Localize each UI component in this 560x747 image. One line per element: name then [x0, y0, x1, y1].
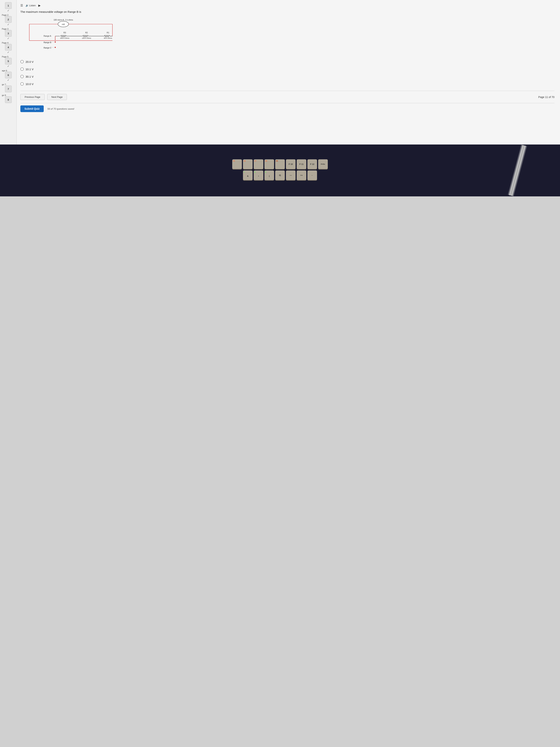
saved-status: 56 of 70 questions saved	[47, 107, 74, 110]
key-f5[interactable]: F5	[232, 159, 242, 169]
option-item-0[interactable]: 20.0 V	[20, 60, 555, 63]
key-minus[interactable]: —	[286, 171, 296, 180]
key-8[interactable]: 8 •	[254, 171, 263, 180]
svg-text:R2: R2	[85, 31, 88, 34]
option-item-2[interactable]: 30.1 V	[20, 75, 555, 78]
page-label-2: Page 2:	[1, 14, 16, 16]
cable-decoration	[505, 145, 529, 197]
page-num-3[interactable]: 3	[5, 30, 12, 37]
sidebar-item-4[interactable]: Page 4: 4 ✓	[0, 41, 17, 54]
sidebar-item-5[interactable]: Page 5: 5 ✓	[0, 55, 17, 68]
keyboard-row-fn: F5 F6 F7 F8 F9 F 10 F 11 F 12 PrtSc	[232, 159, 328, 169]
option-item-3[interactable]: 10.0 V	[20, 82, 555, 85]
svg-text:R3: R3	[63, 31, 66, 34]
svg-point-22	[55, 47, 56, 48]
key-f6[interactable]: F6	[243, 159, 252, 169]
radio-0[interactable]	[20, 60, 24, 63]
keyboard-area: F5 F6 F7 F8 F9 F 10 F 11 F 12 PrtSc 7 &	[0, 145, 560, 197]
svg-text:99 k ohms: 99 k ohms	[104, 37, 112, 39]
page-indicator: Page 11 of 70	[538, 96, 555, 99]
svg-text:Range C: Range C	[44, 47, 52, 49]
page-label-4: Page 4:	[1, 42, 16, 44]
page-num-1[interactable]: 1	[5, 2, 12, 9]
previous-page-button[interactable]: Previous Page	[20, 94, 45, 100]
key-equals[interactable]: =+	[297, 171, 306, 180]
key-f10[interactable]: F 10	[286, 159, 296, 169]
page-num-4[interactable]: 4	[5, 44, 12, 51]
play-icon[interactable]: ▶	[38, 4, 41, 7]
question-text: The maximum measurable voltage on Range …	[20, 10, 555, 14]
check-4: ✓	[7, 51, 9, 54]
key-f8[interactable]: F8	[264, 159, 274, 169]
submit-quiz-button[interactable]: Submit Quiz	[20, 105, 44, 112]
option-item-1[interactable]: 10.1 V	[20, 68, 555, 71]
check-6: ✓	[7, 79, 9, 81]
svg-text:100 k ohms: 100 k ohms	[82, 37, 91, 39]
page-label-7: ge 7:	[1, 83, 16, 85]
toolbar: ☰ 🔊 Listen ▶	[20, 4, 555, 7]
page-num-6[interactable]: 6	[5, 72, 12, 78]
key-f12[interactable]: F 12	[308, 159, 317, 169]
page-label-6: age 6:	[1, 70, 16, 72]
check-3: ✓	[7, 37, 9, 40]
speaker-icon: 🔊	[26, 4, 28, 7]
page-num-8[interactable]: 8	[5, 96, 12, 103]
key-backspace[interactable]: ←	[308, 171, 317, 180]
sidebar: 1 ✓ Page 2: 2 ✓ Page 3: 3 ✓ Page 4: 4 ✓ …	[0, 0, 17, 145]
key-9[interactable]: 9 (	[264, 171, 274, 180]
submit-row: Submit Quiz 56 of 70 questions saved	[20, 103, 555, 115]
radio-3[interactable]	[20, 82, 24, 85]
listen-button[interactable]: 🔊 Listen	[24, 4, 37, 7]
main-content: ☰ 🔊 Listen ▶ The maximum measurable volt…	[17, 0, 560, 145]
svg-text:Range A: Range A	[44, 35, 52, 37]
page-num-7[interactable]: 7	[5, 85, 12, 92]
check-1: ✓	[7, 9, 9, 12]
radio-1[interactable]	[20, 68, 24, 71]
option-label-1: 10.1 V	[26, 68, 33, 71]
option-label-3: 10.0 V	[26, 82, 33, 85]
keyboard-row-num: 7 & 8 • 9 ( 0) — =+ ←	[243, 171, 317, 180]
page-num-2[interactable]: 2	[5, 16, 12, 23]
svg-text:100 micro A, 1 k ohms: 100 micro A, 1 k ohms	[54, 19, 73, 21]
sidebar-item-2[interactable]: Page 2: 2 ✓	[0, 13, 17, 27]
svg-point-20	[55, 42, 56, 43]
key-prtsc[interactable]: PrtSc	[318, 159, 328, 169]
circuit-diagram: 100 micro A, 1 k ohms mA R1 99 k ohms R2…	[20, 17, 555, 54]
svg-text:mA: mA	[62, 23, 65, 25]
option-label-2: 30.1 V	[26, 75, 33, 78]
sidebar-item-1[interactable]: 1 ✓	[0, 1, 17, 13]
page-label-8: ge 8:	[1, 94, 16, 96]
key-7[interactable]: 7 &	[243, 171, 252, 180]
menu-icon[interactable]: ☰	[20, 4, 23, 7]
key-f7[interactable]: F7	[254, 159, 263, 169]
sidebar-item-3[interactable]: Page 3: 3 ✓	[0, 27, 17, 41]
navigation-row: Previous Page Next Page Page 11 of 70	[20, 91, 555, 100]
check-5: ✓	[7, 65, 9, 68]
key-f9[interactable]: F9	[275, 159, 285, 169]
sidebar-item-8[interactable]: ge 8: 8	[0, 93, 17, 104]
key-0[interactable]: 0)	[275, 171, 285, 180]
check-2: ✓	[7, 23, 9, 26]
circuit-svg: 100 micro A, 1 k ohms mA R1 99 k ohms R2…	[20, 17, 124, 54]
page-label-5: Page 5:	[1, 56, 16, 58]
radio-2[interactable]	[20, 75, 24, 78]
option-label-0: 20.0 V	[26, 60, 33, 63]
svg-text:R1: R1	[107, 31, 109, 34]
next-page-button[interactable]: Next Page	[47, 94, 67, 100]
svg-text:Range B: Range B	[44, 41, 51, 44]
page-num-5[interactable]: 5	[5, 58, 12, 65]
page-label-3: Page 3:	[1, 28, 16, 30]
key-f11[interactable]: F 11	[297, 159, 306, 169]
sidebar-item-6[interactable]: age 6: 6 ✓	[0, 69, 17, 82]
options-section: 20.0 V 10.1 V 30.1 V 10.0 V	[20, 60, 555, 85]
sidebar-item-7[interactable]: ge 7: 7	[0, 83, 17, 93]
svg-text:300 k ohms: 300 k ohms	[60, 37, 70, 39]
